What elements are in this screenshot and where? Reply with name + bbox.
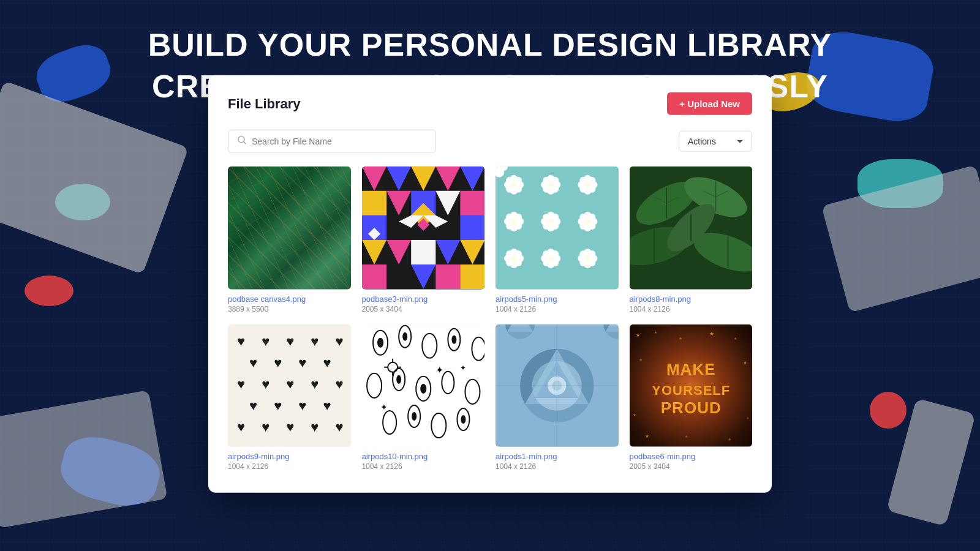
file-size-4: 1004 x 2126 (630, 304, 753, 313)
svg-rect-26 (435, 264, 460, 289)
svg-text:♥: ♥ (274, 354, 282, 370)
file-item-4[interactable]: airpods8-min.png 1004 x 2126 (630, 167, 753, 313)
file-item-5[interactable]: ♥ ♥ ♥ ♥ ♥ ♥ ♥ ♥ ♥ ♥ ♥ ♥ ♥ ♥ ♥ (228, 324, 351, 471)
file-item-7[interactable]: airpods1-min.png 1004 x 2126 (496, 324, 619, 471)
svg-text:★: ★ (679, 335, 682, 340)
file-item-3[interactable]: airpods5-min.png 1004 x 2126 (496, 167, 619, 313)
svg-text:♥: ♥ (311, 376, 318, 391)
svg-text:★: ★ (734, 336, 737, 340)
svg-point-167 (451, 335, 456, 343)
svg-text:♥: ♥ (323, 354, 331, 370)
svg-point-102 (511, 255, 517, 261)
svg-text:★: ★ (645, 433, 649, 439)
svg-text:♥: ♥ (335, 376, 343, 391)
svg-point-120 (584, 255, 590, 261)
thumb-daisy-teal (496, 167, 619, 290)
file-thumb-8: ★ ★ ★ ★ ★ ★ ★ ★ ★ ★ ★ ★ MAKE YO (630, 324, 753, 447)
svg-text:♥: ♥ (323, 397, 331, 413)
svg-text:♥: ♥ (237, 333, 245, 348)
file-thumb-3 (496, 167, 619, 290)
toolbar: Actions (228, 130, 752, 153)
thumb-green-marble (228, 167, 351, 290)
svg-text:♥: ♥ (262, 419, 270, 435)
svg-text:✦: ✦ (435, 364, 443, 375)
svg-text:✦: ✦ (460, 363, 466, 372)
search-icon (237, 135, 247, 148)
file-name-8: podbase6-min.png (630, 452, 753, 461)
svg-rect-23 (362, 264, 386, 289)
svg-point-111 (548, 255, 554, 261)
svg-text:♥: ♥ (286, 419, 294, 435)
svg-text:♥: ♥ (237, 376, 245, 391)
svg-text:★: ★ (746, 416, 749, 420)
svg-text:★: ★ (709, 330, 714, 336)
file-thumb-5: ♥ ♥ ♥ ♥ ♥ ♥ ♥ ♥ ♥ ♥ ♥ ♥ ♥ ♥ ♥ (228, 324, 351, 447)
file-name-2: podbase3-min.png (362, 294, 485, 303)
svg-point-75 (511, 219, 517, 225)
file-size-3: 1004 x 2126 (496, 304, 619, 313)
file-thumb-6: ✦ ✦ ✦ (362, 324, 485, 447)
svg-text:★: ★ (633, 413, 636, 417)
svg-text:♥: ♥ (298, 354, 306, 370)
svg-point-84 (548, 219, 554, 225)
svg-point-48 (511, 182, 517, 188)
svg-text:♥: ♥ (335, 419, 343, 435)
svg-point-186 (412, 411, 417, 420)
deco-blob-red-1 (24, 276, 74, 306)
svg-text:♥: ♥ (249, 397, 257, 413)
svg-text:♥: ♥ (335, 333, 343, 348)
svg-text:♥: ♥ (311, 419, 318, 435)
svg-point-176 (396, 375, 401, 383)
file-name-4: airpods8-min.png (630, 294, 753, 303)
file-size-8: 2005 x 3404 (630, 462, 753, 471)
file-grid: podbase canvas4.png 3889 x 5500 (228, 167, 752, 471)
svg-rect-17 (460, 216, 484, 240)
file-item-8[interactable]: ★ ★ ★ ★ ★ ★ ★ ★ ★ ★ ★ ★ MAKE YO (630, 324, 753, 471)
svg-text:♥: ♥ (262, 333, 270, 348)
svg-text:♥: ♥ (286, 333, 294, 348)
file-thumb-4 (630, 167, 753, 290)
actions-label: Actions (688, 137, 716, 146)
svg-text:★: ★ (685, 435, 688, 438)
svg-text:✦: ✦ (380, 402, 388, 411)
file-item-6[interactable]: ✦ ✦ ✦ airpods10-min.png 1004 x 2126 (362, 324, 485, 471)
search-box[interactable] (228, 130, 436, 153)
svg-text:YOURSELF: YOURSELF (652, 382, 730, 397)
file-size-1: 3889 x 5500 (228, 304, 351, 313)
svg-text:★: ★ (743, 359, 747, 365)
svg-line-1 (244, 141, 246, 144)
search-input[interactable] (252, 137, 427, 146)
svg-point-164 (402, 332, 407, 340)
thumb-blue-fabric (496, 324, 619, 447)
file-name-3: airpods5-min.png (496, 294, 619, 303)
svg-text:♥: ♥ (262, 376, 270, 391)
upload-new-button[interactable]: + Upload New (667, 92, 752, 115)
file-item-1[interactable]: podbase canvas4.png 3889 x 5500 (228, 167, 351, 313)
svg-text:MAKE: MAKE (666, 359, 715, 378)
file-item-2[interactable]: podbase3-min.png 2005 x 3404 (362, 167, 485, 313)
svg-point-162 (377, 337, 383, 347)
svg-text:♥: ♥ (274, 397, 282, 413)
svg-rect-12 (460, 191, 484, 216)
file-size-2: 2005 x 3404 (362, 304, 485, 313)
svg-text:♥: ♥ (286, 376, 294, 391)
thumb-hearts-cream: ♥ ♥ ♥ ♥ ♥ ♥ ♥ ♥ ♥ ♥ ♥ ♥ ♥ ♥ ♥ (228, 324, 351, 447)
svg-point-178 (420, 383, 426, 393)
svg-text:♥: ♥ (311, 333, 318, 348)
svg-rect-24 (386, 264, 411, 289)
svg-rect-20 (411, 240, 435, 264)
thumb-bw-abstract: ✦ ✦ ✦ (362, 324, 485, 447)
hero-line-1: BUILD YOUR PERSONAL DESIGN LIBRARY (148, 27, 832, 62)
thumb-tropical-leaves (630, 167, 753, 290)
file-thumb-1 (228, 167, 351, 290)
file-size-6: 1004 x 2126 (362, 462, 485, 471)
actions-dropdown[interactable]: Actions (679, 131, 752, 152)
deco-blob-red-2 (870, 392, 907, 429)
svg-text:♥: ♥ (237, 419, 245, 435)
modal-title: File Library (228, 96, 301, 111)
svg-text:★: ★ (654, 330, 657, 334)
file-size-7: 1004 x 2126 (496, 462, 619, 471)
thumb-colorful-geo (362, 167, 485, 290)
file-thumb-7 (496, 324, 619, 447)
file-name-7: airpods1-min.png (496, 452, 619, 461)
